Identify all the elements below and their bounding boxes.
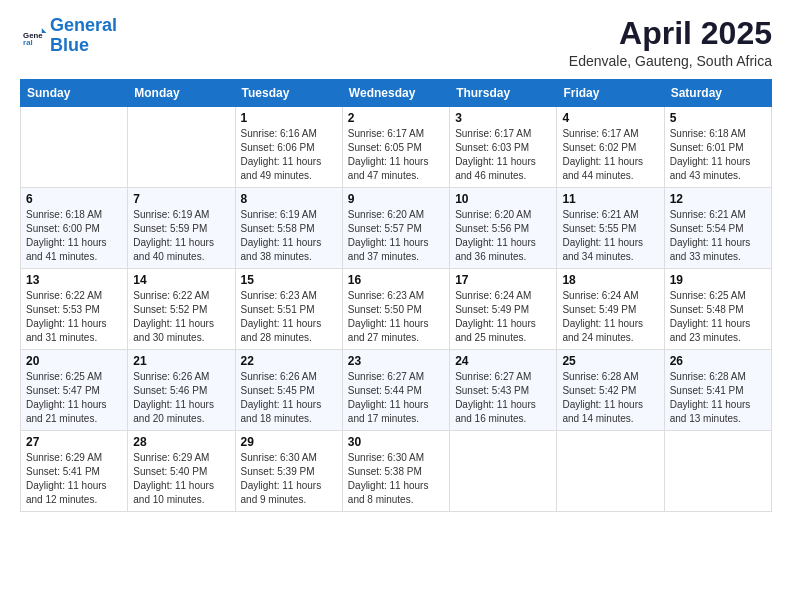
calendar-day-cell: 22Sunrise: 6:26 AMSunset: 5:45 PMDayligh… bbox=[235, 350, 342, 431]
day-number: 18 bbox=[562, 273, 658, 287]
day-info: Sunrise: 6:23 AMSunset: 5:51 PMDaylight:… bbox=[241, 289, 337, 345]
calendar-day-cell: 24Sunrise: 6:27 AMSunset: 5:43 PMDayligh… bbox=[450, 350, 557, 431]
day-info: Sunrise: 6:30 AMSunset: 5:39 PMDaylight:… bbox=[241, 451, 337, 507]
weekday-header-cell: Thursday bbox=[450, 80, 557, 107]
day-info: Sunrise: 6:17 AMSunset: 6:02 PMDaylight:… bbox=[562, 127, 658, 183]
day-number: 14 bbox=[133, 273, 229, 287]
svg-text:ral: ral bbox=[23, 38, 33, 47]
location-title: Edenvale, Gauteng, South Africa bbox=[569, 53, 772, 69]
day-number: 19 bbox=[670, 273, 766, 287]
calendar-table: SundayMondayTuesdayWednesdayThursdayFrid… bbox=[20, 79, 772, 512]
calendar-day-cell: 9Sunrise: 6:20 AMSunset: 5:57 PMDaylight… bbox=[342, 188, 449, 269]
day-info: Sunrise: 6:27 AMSunset: 5:43 PMDaylight:… bbox=[455, 370, 551, 426]
day-number: 11 bbox=[562, 192, 658, 206]
day-info: Sunrise: 6:17 AMSunset: 6:05 PMDaylight:… bbox=[348, 127, 444, 183]
calendar-day-cell: 4Sunrise: 6:17 AMSunset: 6:02 PMDaylight… bbox=[557, 107, 664, 188]
day-info: Sunrise: 6:21 AMSunset: 5:54 PMDaylight:… bbox=[670, 208, 766, 264]
weekday-header-cell: Tuesday bbox=[235, 80, 342, 107]
calendar-day-cell: 20Sunrise: 6:25 AMSunset: 5:47 PMDayligh… bbox=[21, 350, 128, 431]
calendar-day-cell: 28Sunrise: 6:29 AMSunset: 5:40 PMDayligh… bbox=[128, 431, 235, 512]
day-info: Sunrise: 6:18 AMSunset: 6:00 PMDaylight:… bbox=[26, 208, 122, 264]
title-block: April 2025 Edenvale, Gauteng, South Afri… bbox=[569, 16, 772, 69]
calendar-week-row: 1Sunrise: 6:16 AMSunset: 6:06 PMDaylight… bbox=[21, 107, 772, 188]
day-info: Sunrise: 6:25 AMSunset: 5:47 PMDaylight:… bbox=[26, 370, 122, 426]
calendar-day-cell: 10Sunrise: 6:20 AMSunset: 5:56 PMDayligh… bbox=[450, 188, 557, 269]
calendar-day-cell: 13Sunrise: 6:22 AMSunset: 5:53 PMDayligh… bbox=[21, 269, 128, 350]
calendar-week-row: 13Sunrise: 6:22 AMSunset: 5:53 PMDayligh… bbox=[21, 269, 772, 350]
day-info: Sunrise: 6:26 AMSunset: 5:45 PMDaylight:… bbox=[241, 370, 337, 426]
day-number: 12 bbox=[670, 192, 766, 206]
day-number: 20 bbox=[26, 354, 122, 368]
weekday-header-cell: Wednesday bbox=[342, 80, 449, 107]
day-number: 28 bbox=[133, 435, 229, 449]
weekday-header-row: SundayMondayTuesdayWednesdayThursdayFrid… bbox=[21, 80, 772, 107]
calendar-day-cell: 16Sunrise: 6:23 AMSunset: 5:50 PMDayligh… bbox=[342, 269, 449, 350]
day-number: 5 bbox=[670, 111, 766, 125]
day-number: 7 bbox=[133, 192, 229, 206]
calendar-day-cell: 11Sunrise: 6:21 AMSunset: 5:55 PMDayligh… bbox=[557, 188, 664, 269]
day-number: 23 bbox=[348, 354, 444, 368]
calendar-day-cell: 19Sunrise: 6:25 AMSunset: 5:48 PMDayligh… bbox=[664, 269, 771, 350]
calendar-day-cell: 8Sunrise: 6:19 AMSunset: 5:58 PMDaylight… bbox=[235, 188, 342, 269]
day-number: 15 bbox=[241, 273, 337, 287]
day-info: Sunrise: 6:20 AMSunset: 5:56 PMDaylight:… bbox=[455, 208, 551, 264]
day-number: 24 bbox=[455, 354, 551, 368]
calendar-day-cell: 27Sunrise: 6:29 AMSunset: 5:41 PMDayligh… bbox=[21, 431, 128, 512]
day-number: 4 bbox=[562, 111, 658, 125]
calendar-day-cell: 2Sunrise: 6:17 AMSunset: 6:05 PMDaylight… bbox=[342, 107, 449, 188]
calendar-day-cell: 30Sunrise: 6:30 AMSunset: 5:38 PMDayligh… bbox=[342, 431, 449, 512]
day-number: 9 bbox=[348, 192, 444, 206]
day-number: 3 bbox=[455, 111, 551, 125]
month-title: April 2025 bbox=[569, 16, 772, 51]
calendar-day-cell: 1Sunrise: 6:16 AMSunset: 6:06 PMDaylight… bbox=[235, 107, 342, 188]
logo-line1: General bbox=[50, 15, 117, 35]
day-number: 21 bbox=[133, 354, 229, 368]
calendar-day-cell: 7Sunrise: 6:19 AMSunset: 5:59 PMDaylight… bbox=[128, 188, 235, 269]
day-info: Sunrise: 6:16 AMSunset: 6:06 PMDaylight:… bbox=[241, 127, 337, 183]
day-info: Sunrise: 6:27 AMSunset: 5:44 PMDaylight:… bbox=[348, 370, 444, 426]
logo-line2: Blue bbox=[50, 35, 89, 55]
calendar-day-cell: 23Sunrise: 6:27 AMSunset: 5:44 PMDayligh… bbox=[342, 350, 449, 431]
calendar-day-cell bbox=[128, 107, 235, 188]
weekday-header-cell: Friday bbox=[557, 80, 664, 107]
calendar-day-cell bbox=[664, 431, 771, 512]
day-number: 27 bbox=[26, 435, 122, 449]
calendar-day-cell bbox=[21, 107, 128, 188]
weekday-header-cell: Sunday bbox=[21, 80, 128, 107]
calendar-day-cell: 17Sunrise: 6:24 AMSunset: 5:49 PMDayligh… bbox=[450, 269, 557, 350]
day-info: Sunrise: 6:29 AMSunset: 5:41 PMDaylight:… bbox=[26, 451, 122, 507]
day-info: Sunrise: 6:24 AMSunset: 5:49 PMDaylight:… bbox=[455, 289, 551, 345]
logo: Gene ral General Blue bbox=[20, 16, 117, 56]
header: Gene ral General Blue April 2025 Edenval… bbox=[20, 16, 772, 69]
logo-icon: Gene ral bbox=[20, 22, 48, 50]
day-info: Sunrise: 6:18 AMSunset: 6:01 PMDaylight:… bbox=[670, 127, 766, 183]
calendar-day-cell: 6Sunrise: 6:18 AMSunset: 6:00 PMDaylight… bbox=[21, 188, 128, 269]
calendar-day-cell: 18Sunrise: 6:24 AMSunset: 5:49 PMDayligh… bbox=[557, 269, 664, 350]
day-info: Sunrise: 6:24 AMSunset: 5:49 PMDaylight:… bbox=[562, 289, 658, 345]
day-number: 25 bbox=[562, 354, 658, 368]
calendar-day-cell: 21Sunrise: 6:26 AMSunset: 5:46 PMDayligh… bbox=[128, 350, 235, 431]
day-info: Sunrise: 6:17 AMSunset: 6:03 PMDaylight:… bbox=[455, 127, 551, 183]
calendar-day-cell: 15Sunrise: 6:23 AMSunset: 5:51 PMDayligh… bbox=[235, 269, 342, 350]
day-info: Sunrise: 6:19 AMSunset: 5:59 PMDaylight:… bbox=[133, 208, 229, 264]
day-number: 30 bbox=[348, 435, 444, 449]
day-number: 10 bbox=[455, 192, 551, 206]
day-info: Sunrise: 6:30 AMSunset: 5:38 PMDaylight:… bbox=[348, 451, 444, 507]
day-number: 8 bbox=[241, 192, 337, 206]
calendar-day-cell bbox=[450, 431, 557, 512]
calendar-week-row: 6Sunrise: 6:18 AMSunset: 6:00 PMDaylight… bbox=[21, 188, 772, 269]
day-info: Sunrise: 6:22 AMSunset: 5:53 PMDaylight:… bbox=[26, 289, 122, 345]
day-info: Sunrise: 6:20 AMSunset: 5:57 PMDaylight:… bbox=[348, 208, 444, 264]
day-number: 13 bbox=[26, 273, 122, 287]
day-number: 22 bbox=[241, 354, 337, 368]
day-number: 1 bbox=[241, 111, 337, 125]
calendar-week-row: 27Sunrise: 6:29 AMSunset: 5:41 PMDayligh… bbox=[21, 431, 772, 512]
day-number: 26 bbox=[670, 354, 766, 368]
day-number: 6 bbox=[26, 192, 122, 206]
calendar-body: 1Sunrise: 6:16 AMSunset: 6:06 PMDaylight… bbox=[21, 107, 772, 512]
day-info: Sunrise: 6:22 AMSunset: 5:52 PMDaylight:… bbox=[133, 289, 229, 345]
calendar-day-cell bbox=[557, 431, 664, 512]
calendar-day-cell: 5Sunrise: 6:18 AMSunset: 6:01 PMDaylight… bbox=[664, 107, 771, 188]
weekday-header-cell: Saturday bbox=[664, 80, 771, 107]
calendar-day-cell: 29Sunrise: 6:30 AMSunset: 5:39 PMDayligh… bbox=[235, 431, 342, 512]
